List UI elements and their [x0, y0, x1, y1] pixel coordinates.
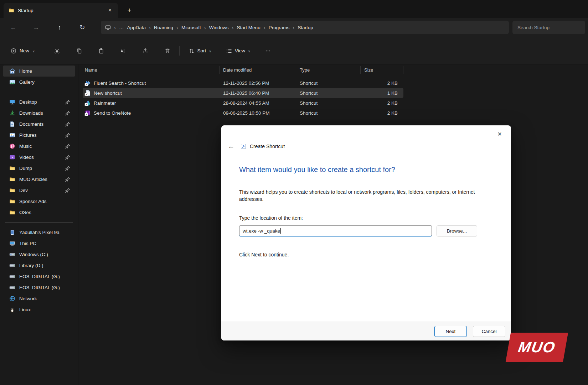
cut-icon[interactable]	[51, 45, 63, 57]
file-name: Send to OneNote	[94, 110, 131, 116]
sidebar-item-this-pc[interactable]: This PC	[3, 238, 75, 249]
sidebar-item-linux[interactable]: Linux	[3, 304, 75, 315]
drive-icon	[9, 262, 15, 269]
file-type: Shortcut	[296, 100, 361, 106]
refresh-icon[interactable]: ↻	[76, 21, 88, 33]
breadcrumb-item[interactable]: Start Menu	[237, 25, 261, 30]
dialog-title: Create Shortcut	[250, 144, 285, 149]
sidebar-item-sponsor-ads[interactable]: Sponsor Ads	[3, 196, 75, 207]
sidebar-item-label: Downloads	[19, 110, 61, 116]
sort-button[interactable]: Sort ∨	[185, 45, 215, 57]
dialog-close-icon[interactable]: ×	[494, 128, 505, 140]
file-row[interactable]: Rainmeter 28-08-2024 04:55 AM Shortcut 2…	[83, 98, 403, 108]
column-header-date-modified[interactable]: Date modified	[220, 66, 296, 74]
sidebar-item-downloads[interactable]: Downloads	[3, 108, 75, 119]
sidebar-item-label: Dump	[19, 166, 61, 171]
linux-icon	[9, 307, 15, 313]
sidebar-item-label: Dev	[19, 188, 61, 193]
sidebar-item-eos-digital-1[interactable]: EOS_DIGITAL (G:)	[3, 271, 75, 282]
breadcrumb-item[interactable]: AppData	[127, 25, 146, 30]
address-bar[interactable]: › … AppData › Roaming › Microsoft › Wind…	[101, 21, 509, 34]
file-size: 2 KB	[361, 110, 403, 116]
breadcrumb-overflow[interactable]: …	[119, 25, 124, 30]
search-input[interactable]	[512, 21, 585, 34]
sidebar-item-videos[interactable]: Videos	[3, 152, 75, 163]
sidebar-item-dump[interactable]: Dump	[3, 163, 75, 174]
sidebar-item-gallery[interactable]: Gallery	[3, 77, 75, 88]
sidebar-item-label: Library (D:)	[19, 263, 70, 268]
dialog-footer: Next Cancel	[221, 322, 511, 340]
chevron-down-icon: ∨	[32, 50, 35, 53]
file-row-selected[interactable]: New shortcut 12-11-2025 06:40 PM Shortcu…	[83, 88, 403, 98]
pin-icon	[65, 110, 70, 116]
tab-startup[interactable]: Startup ×	[4, 3, 118, 18]
new-tab-button[interactable]: +	[124, 5, 135, 16]
browse-button[interactable]: Browse...	[437, 225, 477, 236]
view-button[interactable]: View ∨	[223, 45, 254, 57]
file-type: Shortcut	[296, 90, 361, 96]
tab-bar: Startup × +	[0, 0, 588, 18]
sort-icon	[189, 48, 195, 54]
folder-icon	[9, 198, 15, 204]
chevron-right-icon: ›	[176, 25, 178, 31]
copy-icon[interactable]	[73, 45, 85, 57]
plus-circle-icon	[11, 48, 16, 54]
pictures-icon	[9, 132, 15, 138]
next-button[interactable]: Next	[434, 326, 467, 337]
more-options-button[interactable]	[262, 45, 274, 57]
file-type: Shortcut	[296, 80, 361, 86]
cancel-button[interactable]: Cancel	[473, 326, 505, 337]
file-row[interactable]: Send to OneNote 09-06-2025 10:50 PM Shor…	[83, 108, 403, 118]
file-row[interactable]: Fluent Search - Shortcut 12-11-2025 02:5…	[83, 78, 403, 88]
paste-icon[interactable]	[95, 45, 107, 57]
chevron-right-icon: ›	[264, 25, 265, 31]
up-icon[interactable]: ↑	[53, 21, 66, 33]
sidebar-item-label: Videos	[19, 155, 61, 160]
delete-icon[interactable]	[161, 45, 174, 57]
new-button[interactable]: New ∨	[6, 45, 39, 57]
sidebar-item-eos-digital-2[interactable]: EOS_DIGITAL (G:)	[3, 282, 75, 293]
sidebar-item-pictures[interactable]: Pictures	[3, 130, 75, 141]
file-size: 1 KB	[361, 90, 403, 96]
dialog-description: This wizard helps you to create shortcut…	[239, 188, 486, 203]
sidebar-item-documents[interactable]: Documents	[3, 119, 75, 130]
rename-icon[interactable]	[117, 45, 129, 57]
create-shortcut-dialog: × ← Create Shortcut What item would you …	[221, 125, 511, 340]
breadcrumb-item[interactable]: Windows	[209, 25, 229, 30]
sidebar-item-pixel-phone[interactable]: Yadullah's Pixel 9a	[3, 227, 75, 238]
location-input[interactable]: wt.exe -w _quake	[239, 225, 432, 236]
sidebar-item-oses[interactable]: OSes	[3, 207, 75, 218]
dialog-back-icon[interactable]: ←	[228, 142, 237, 150]
sidebar-item-muo-articles[interactable]: MUO Articles	[3, 174, 75, 185]
folder-icon	[9, 7, 14, 13]
this-pc-icon	[105, 25, 111, 30]
videos-icon	[9, 154, 15, 160]
chevron-right-icon: ›	[114, 25, 116, 31]
sidebar-item-home[interactable]: Home	[3, 66, 75, 77]
breadcrumb-item[interactable]: Roaming	[154, 25, 173, 30]
column-header-type[interactable]: Type	[296, 66, 361, 74]
column-header-size[interactable]: Size	[361, 66, 403, 74]
folder-icon	[9, 209, 15, 215]
toolbar-divider	[179, 46, 180, 56]
column-header-name[interactable]: Name	[83, 66, 220, 74]
location-input-label: Type the location of the item:	[239, 215, 303, 221]
sidebar-item-label: Yadullah's Pixel 9a	[19, 230, 70, 235]
breadcrumb-item[interactable]: Programs	[269, 25, 290, 30]
breadcrumb-item[interactable]: Startup	[298, 25, 313, 30]
sort-button-label: Sort	[197, 48, 206, 53]
sidebar-item-network[interactable]: Network	[3, 293, 75, 304]
search-box[interactable]	[512, 21, 585, 34]
breadcrumb-item[interactable]: Microsoft	[181, 25, 201, 30]
back-icon[interactable]: ←	[7, 21, 19, 33]
tab-close-icon[interactable]: ×	[107, 7, 113, 14]
sidebar-item-label: Network	[19, 296, 70, 301]
share-icon[interactable]	[139, 45, 151, 57]
sidebar-item-windows-c[interactable]: Windows (C:)	[3, 249, 75, 260]
sidebar-item-library-d[interactable]: Library (D:)	[3, 260, 75, 271]
sidebar-item-music[interactable]: Music	[3, 141, 75, 152]
sidebar-item-desktop[interactable]: Desktop	[3, 97, 75, 108]
file-name: New shortcut	[94, 90, 122, 96]
forward-icon[interactable]: →	[30, 21, 42, 33]
sidebar-item-dev[interactable]: Dev	[3, 185, 75, 196]
